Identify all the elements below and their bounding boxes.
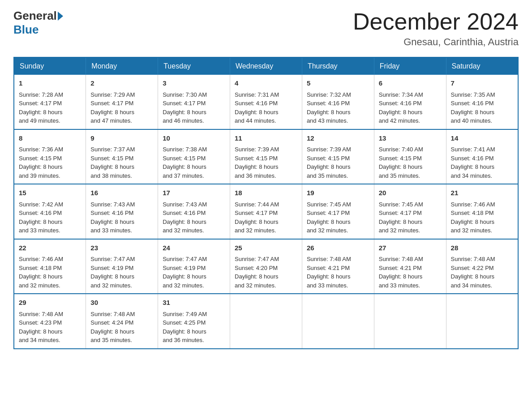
day-sunrise: Sunrise: 7:45 AM (307, 201, 351, 208)
day-daylight: Daylight: 8 hoursand 46 minutes. (163, 109, 206, 124)
day-daylight: Daylight: 8 hoursand 32 minutes. (163, 273, 206, 289)
day-sunset: Sunset: 4:16 PM (451, 100, 494, 107)
day-number: 19 (307, 188, 369, 198)
day-sunrise: Sunrise: 7:47 AM (90, 256, 135, 262)
calendar-day-cell: 16 Sunrise: 7:43 AM Sunset: 4:16 PM Dayl… (86, 184, 158, 239)
day-number: 16 (90, 188, 153, 198)
calendar-week-row: 15 Sunrise: 7:42 AM Sunset: 4:16 PM Dayl… (14, 184, 518, 239)
weekday-header-cell: Monday (86, 57, 158, 75)
day-sunrise: Sunrise: 7:39 AM (307, 146, 351, 153)
day-sunrise: Sunrise: 7:35 AM (451, 91, 495, 98)
day-number: 14 (451, 133, 513, 144)
day-sunrise: Sunrise: 7:28 AM (19, 91, 63, 98)
day-number: 3 (163, 78, 225, 89)
calendar-day-cell: 9 Sunrise: 7:37 AM Sunset: 4:15 PM Dayli… (86, 129, 158, 184)
page-header: General Blue December 2024 Gnesau, Carin… (13, 9, 519, 48)
calendar-day-cell: 30 Sunrise: 7:48 AM Sunset: 4:24 PM Dayl… (86, 294, 158, 349)
day-daylight: Daylight: 8 hoursand 32 minutes. (235, 273, 279, 289)
calendar-day-cell: 8 Sunrise: 7:36 AM Sunset: 4:15 PM Dayli… (14, 129, 86, 184)
calendar-day-cell (374, 294, 446, 349)
day-sunrise: Sunrise: 7:31 AM (235, 91, 279, 98)
logo-general-text: General (13, 9, 57, 23)
calendar-body: 1 Sunrise: 7:28 AM Sunset: 4:17 PM Dayli… (14, 75, 518, 349)
day-number: 8 (19, 133, 81, 144)
day-number: 24 (163, 243, 225, 253)
day-sunrise: Sunrise: 7:32 AM (307, 91, 351, 98)
day-daylight: Daylight: 8 hoursand 32 minutes. (90, 273, 134, 289)
day-sunrise: Sunrise: 7:44 AM (235, 201, 279, 208)
day-sunrise: Sunrise: 7:43 AM (90, 201, 135, 208)
calendar-day-cell: 10 Sunrise: 7:38 AM Sunset: 4:15 PM Dayl… (158, 129, 230, 184)
day-number: 29 (19, 298, 81, 308)
day-number: 30 (90, 298, 153, 308)
calendar-day-cell: 15 Sunrise: 7:42 AM Sunset: 4:16 PM Dayl… (14, 184, 86, 239)
day-sunrise: Sunrise: 7:48 AM (19, 311, 63, 317)
day-sunrise: Sunrise: 7:36 AM (19, 146, 63, 153)
calendar-day-cell: 11 Sunrise: 7:39 AM Sunset: 4:15 PM Dayl… (230, 129, 302, 184)
day-number: 1 (19, 78, 81, 89)
day-daylight: Daylight: 8 hoursand 33 minutes. (307, 273, 351, 289)
location: Gnesau, Carinthia, Austria (353, 36, 519, 48)
day-number: 26 (307, 243, 369, 253)
calendar-day-cell: 6 Sunrise: 7:34 AM Sunset: 4:16 PM Dayli… (374, 75, 446, 129)
calendar-day-cell: 28 Sunrise: 7:48 AM Sunset: 4:22 PM Dayl… (446, 239, 518, 294)
day-sunset: Sunset: 4:15 PM (379, 155, 422, 162)
day-number: 31 (163, 298, 225, 308)
day-sunset: Sunset: 4:17 PM (379, 210, 422, 216)
day-sunset: Sunset: 4:19 PM (90, 265, 133, 271)
day-daylight: Daylight: 8 hoursand 32 minutes. (379, 218, 423, 234)
day-sunrise: Sunrise: 7:47 AM (163, 256, 207, 262)
day-number: 5 (307, 78, 369, 89)
calendar-day-cell: 27 Sunrise: 7:48 AM Sunset: 4:21 PM Dayl… (374, 239, 446, 294)
day-number: 17 (163, 188, 225, 198)
day-daylight: Daylight: 8 hoursand 43 minutes. (307, 109, 351, 124)
weekday-header-row: SundayMondayTuesdayWednesdayThursdayFrid… (14, 57, 518, 75)
day-sunset: Sunset: 4:15 PM (163, 155, 206, 162)
day-number: 27 (379, 243, 442, 253)
calendar-day-cell: 2 Sunrise: 7:29 AM Sunset: 4:17 PM Dayli… (86, 75, 158, 129)
weekday-header-cell: Wednesday (230, 57, 302, 75)
day-sunrise: Sunrise: 7:29 AM (90, 91, 135, 98)
day-number: 11 (235, 133, 297, 144)
day-sunrise: Sunrise: 7:45 AM (379, 201, 423, 208)
day-number: 21 (451, 188, 513, 198)
day-sunset: Sunset: 4:23 PM (19, 319, 62, 326)
day-daylight: Daylight: 8 hoursand 35 minutes. (379, 163, 423, 179)
weekday-header-cell: Thursday (302, 57, 374, 75)
calendar-day-cell: 22 Sunrise: 7:46 AM Sunset: 4:18 PM Dayl… (14, 239, 86, 294)
calendar-week-row: 29 Sunrise: 7:48 AM Sunset: 4:23 PM Dayl… (14, 294, 518, 349)
month-title: December 2024 (353, 9, 519, 34)
calendar-day-cell: 31 Sunrise: 7:49 AM Sunset: 4:25 PM Dayl… (158, 294, 230, 349)
day-sunrise: Sunrise: 7:38 AM (163, 146, 207, 153)
calendar-day-cell: 21 Sunrise: 7:46 AM Sunset: 4:18 PM Dayl… (446, 184, 518, 239)
day-daylight: Daylight: 8 hoursand 37 minutes. (163, 163, 206, 179)
day-daylight: Daylight: 8 hoursand 36 minutes. (235, 163, 279, 179)
day-sunset: Sunset: 4:22 PM (451, 265, 494, 271)
calendar-day-cell: 23 Sunrise: 7:47 AM Sunset: 4:19 PM Dayl… (86, 239, 158, 294)
calendar-day-cell: 24 Sunrise: 7:47 AM Sunset: 4:19 PM Dayl… (158, 239, 230, 294)
calendar-week-row: 1 Sunrise: 7:28 AM Sunset: 4:17 PM Dayli… (14, 75, 518, 129)
day-sunrise: Sunrise: 7:34 AM (379, 91, 423, 98)
day-number: 23 (90, 243, 153, 253)
day-sunset: Sunset: 4:21 PM (379, 265, 422, 271)
calendar-day-cell: 13 Sunrise: 7:40 AM Sunset: 4:15 PM Dayl… (374, 129, 446, 184)
day-sunrise: Sunrise: 7:47 AM (235, 256, 279, 262)
day-sunset: Sunset: 4:17 PM (163, 100, 206, 107)
day-sunrise: Sunrise: 7:48 AM (379, 256, 423, 262)
day-number: 20 (379, 188, 442, 198)
day-number: 22 (19, 243, 81, 253)
day-number: 7 (451, 78, 513, 89)
day-daylight: Daylight: 8 hoursand 38 minutes. (90, 163, 134, 179)
day-daylight: Daylight: 8 hoursand 35 minutes. (307, 163, 351, 179)
day-sunrise: Sunrise: 7:40 AM (379, 146, 423, 153)
calendar-day-cell: 5 Sunrise: 7:32 AM Sunset: 4:16 PM Dayli… (302, 75, 374, 129)
calendar-day-cell: 20 Sunrise: 7:45 AM Sunset: 4:17 PM Dayl… (374, 184, 446, 239)
calendar-day-cell: 3 Sunrise: 7:30 AM Sunset: 4:17 PM Dayli… (158, 75, 230, 129)
day-sunrise: Sunrise: 7:30 AM (163, 91, 207, 98)
calendar-week-row: 22 Sunrise: 7:46 AM Sunset: 4:18 PM Dayl… (14, 239, 518, 294)
day-number: 18 (235, 188, 297, 198)
day-sunset: Sunset: 4:17 PM (90, 100, 133, 107)
logo-blue-text: Blue (13, 23, 39, 37)
calendar-day-cell: 26 Sunrise: 7:48 AM Sunset: 4:21 PM Dayl… (302, 239, 374, 294)
day-sunset: Sunset: 4:16 PM (379, 100, 422, 107)
